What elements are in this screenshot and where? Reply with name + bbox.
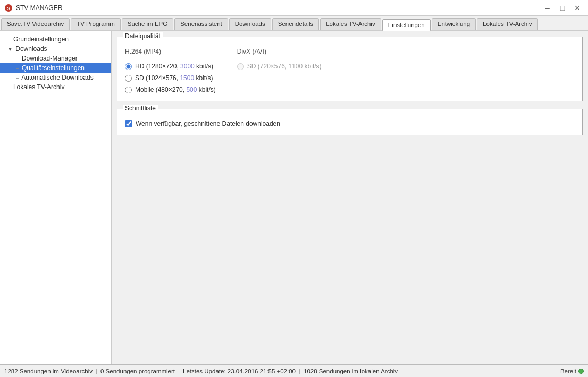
sidebar-label-download-manager: Download-Manager <box>22 55 78 62</box>
radio-mobile-input[interactable] <box>125 87 132 93</box>
content-panel: Dateiqualität H.264 (MP4) HD (1280×720, … <box>112 31 588 364</box>
minimize-button[interactable]: – <box>541 3 554 13</box>
statusbar-ready-text: Bereit <box>560 368 576 374</box>
sidebar-item-lokales-tv-archiv[interactable]: – Lokales TV-Archiv <box>0 82 111 92</box>
schnittliste-legend: Schnittliste <box>123 105 158 112</box>
tab-lokales-tv-archiv-2[interactable]: Lokales TV-Archiv <box>477 18 537 30</box>
sidebar-label-automatische-downloads: Automatische Downloads <box>21 74 93 81</box>
radio-sd1[interactable]: SD (1024×576, 1500 kbit/s) <box>125 74 216 82</box>
tree-connector: – <box>7 37 11 42</box>
radio-sd2[interactable]: SD (720×576, 1100 kbit/s) <box>237 63 322 70</box>
sidebar-label-downloads: Downloads <box>15 45 47 53</box>
dateiqualitaet-legend: Dateiqualität <box>123 32 163 40</box>
dateiqualitaet-group: Dateiqualität H.264 (MP4) HD (1280×720, … <box>117 37 583 101</box>
sidebar-item-automatische-downloads[interactable]: – Automatische Downloads <box>0 73 111 82</box>
radio-hd[interactable]: HD (1280×720, 3000 kbit/s) <box>125 63 216 70</box>
statusbar: 1282 Sendungen im Videoarchiv | 0 Sendun… <box>0 364 588 377</box>
tree-expand-icon: ▼ <box>7 46 13 52</box>
radio-group: H.264 (MP4) HD (1280×720, 3000 kbit/s) S… <box>125 48 575 93</box>
tree-connector-3: – <box>16 65 19 71</box>
radio-hd-input[interactable] <box>125 63 132 70</box>
schnittliste-group: Schnittliste Wenn verfügbar, geschnitten… <box>117 109 583 135</box>
tab-serienassistent[interactable]: Serienassistent <box>174 18 228 30</box>
col1-label: H.264 (MP4) <box>125 48 216 55</box>
app-title: STV MANAGER <box>16 4 541 12</box>
radio-col-h264: H.264 (MP4) HD (1280×720, 3000 kbit/s) S… <box>125 48 216 93</box>
sidebar: – Grundeinstellungen ▼ Downloads – Downl… <box>0 31 112 364</box>
statusbar-part3: Letztes Update: 23.04.2016 21:55 +02:00 <box>183 368 296 374</box>
tree-connector-5: – <box>7 84 11 90</box>
maximize-button[interactable]: □ <box>556 3 569 13</box>
sidebar-item-grundeinstellungen[interactable]: – Grundeinstellungen <box>0 35 111 44</box>
tab-suche-im-epg[interactable]: Suche im EPG <box>122 18 173 30</box>
radio-mobile[interactable]: Mobile (480×270, 500 kbit/s) <box>125 86 216 93</box>
tab-save-tv-videoarchiv[interactable]: Save.TV Videoarchiv <box>1 18 70 30</box>
sidebar-item-download-manager[interactable]: – Download-Manager <box>0 54 111 63</box>
statusbar-part2: 0 Sendungen programmiert <box>100 368 175 374</box>
close-button[interactable]: ✕ <box>571 3 584 13</box>
schnittliste-checkbox-text: Wenn verfügbar, geschnittene Dateien dow… <box>136 120 280 127</box>
radio-sd1-input[interactable] <box>125 75 132 82</box>
statusbar-ready-area: Bereit <box>560 368 584 374</box>
tab-tv-programm[interactable]: TV Programm <box>71 18 121 30</box>
tab-einstellungen[interactable]: Einstellungen <box>382 19 431 31</box>
statusbar-sep3: | <box>299 368 300 374</box>
schnittliste-checkbox-label[interactable]: Wenn verfügbar, geschnittene Dateien dow… <box>125 120 575 127</box>
statusbar-sep2: | <box>178 368 180 374</box>
statusbar-part1: 1282 Sendungen im Videoarchiv <box>4 368 93 374</box>
sidebar-item-qualitaetseinstellungen[interactable]: – Qualitätseinstellungen <box>0 63 111 73</box>
radio-sd2-label: SD (720×576, 1100 kbit/s) <box>247 63 322 70</box>
radio-sd2-input[interactable] <box>237 63 244 70</box>
svg-text:S: S <box>7 6 10 11</box>
tab-lokales-tv-archiv-1[interactable]: Lokales TV-Archiv <box>320 18 381 30</box>
tree-connector-2: – <box>16 56 19 62</box>
status-indicator <box>578 369 584 374</box>
radio-sd1-label: SD (1024×576, 1500 kbit/s) <box>135 74 213 82</box>
col2-label: DivX (AVI) <box>237 48 322 55</box>
tab-downloads[interactable]: Downloads <box>229 18 271 30</box>
radio-mobile-label: Mobile (480×270, 500 kbit/s) <box>135 86 216 93</box>
radio-col-divx: DivX (AVI) SD (720×576, 1100 kbit/s) <box>237 48 322 93</box>
sidebar-label-lokales-tv-archiv: Lokales TV-Archiv <box>13 83 65 91</box>
main-area: – Grundeinstellungen ▼ Downloads – Downl… <box>0 31 588 364</box>
sidebar-label-qualitaetseinstellungen: Qualitätseinstellungen <box>22 64 85 72</box>
tab-entwicklung[interactable]: Entwicklung <box>432 18 476 30</box>
radio-hd-label: HD (1280×720, 3000 kbit/s) <box>135 63 213 70</box>
tree-connector-4: – <box>16 75 19 81</box>
app-icon: S <box>4 4 13 12</box>
statusbar-sep1: | <box>96 368 97 374</box>
tabbar: Save.TV Videoarchiv TV Programm Suche im… <box>0 16 588 31</box>
sidebar-label-grundeinstellungen: Grundeinstellungen <box>13 36 69 43</box>
sidebar-item-downloads[interactable]: ▼ Downloads <box>0 44 111 54</box>
titlebar: S STV MANAGER – □ ✕ <box>0 0 588 16</box>
tab-seriendetails[interactable]: Seriendetails <box>272 18 319 30</box>
schnittliste-checkbox[interactable] <box>125 120 132 127</box>
statusbar-part4: 1028 Sendungen im lokalen Archiv <box>304 368 398 374</box>
window-controls: – □ ✕ <box>541 3 584 13</box>
